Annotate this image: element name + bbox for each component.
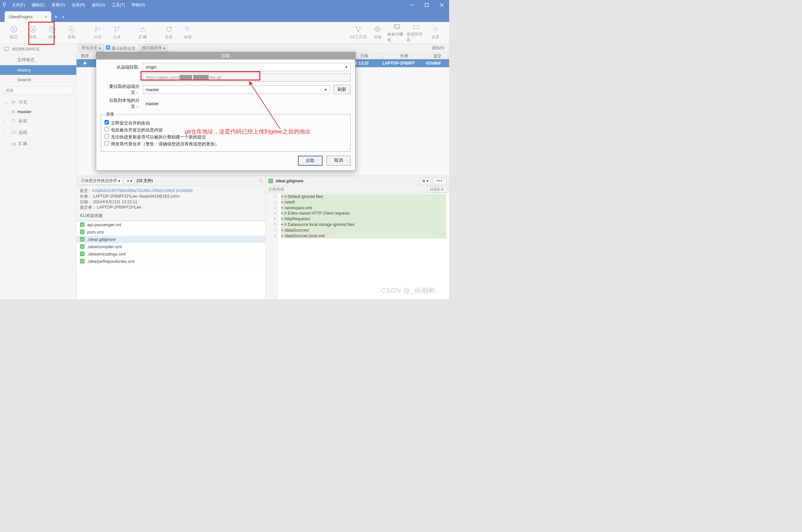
tab-bar: GiteeProject × + ▾ [0, 10, 449, 22]
gitflow-icon [355, 26, 362, 33]
menu-help[interactable]: 帮助(H) [128, 0, 148, 10]
chevron-right-icon: › [4, 141, 9, 146]
commit-details-pane: 已依照文件状态排序▾ ≡ ▾ (15 文件) 提交：41fa9b8cf16575… [77, 176, 266, 299]
diff-settings-button[interactable]: ⚙ ▾ [419, 178, 431, 184]
sidebar-group-remote[interactable]: › 远程 [0, 127, 76, 138]
opt-commit-merge[interactable]: 立即提交合并的改动 [105, 120, 347, 126]
sidebar-item-history[interactable]: History [0, 65, 76, 75]
discard-icon [165, 26, 172, 33]
file-count-label: (15 文件) [136, 178, 153, 184]
diff-more-button[interactable]: ••• [433, 178, 446, 184]
search-icon[interactable] [259, 179, 263, 183]
added-file-icon: + [80, 259, 85, 264]
gitflow-button[interactable]: Git工作流 [349, 23, 368, 43]
sidebar-group-tags[interactable]: › 标签 [0, 115, 76, 127]
tag-icon [11, 119, 16, 124]
svg-rect-29 [4, 47, 9, 50]
cloud-icon [11, 130, 16, 135]
stash-button[interactable]: 贮藏 [133, 23, 152, 43]
menu-file[interactable]: 文件(F) [9, 0, 28, 10]
diff-filename: .idea/.gitignore [275, 179, 303, 183]
menu-edit[interactable]: 编辑(E) [28, 0, 48, 10]
sort-by-status-select[interactable]: 已依照文件状态排序▾ [78, 177, 123, 185]
diff-subheader: 文件内容 [268, 187, 284, 192]
remote-button[interactable]: 远端 [368, 23, 387, 43]
commit-meta: 提交：41fa9b8cf16575bb0406a751d6b11f9fe61cf… [77, 186, 265, 221]
svg-point-18 [170, 26, 171, 28]
merge-icon [113, 26, 120, 33]
refresh-button[interactable]: 刷新 [333, 85, 351, 94]
file-row[interactable]: +.idea/encodings.xml [77, 250, 265, 258]
watermark: CSDN @_梧桐树。 [381, 286, 443, 295]
fetch-button[interactable]: 获取 [62, 23, 81, 43]
menu-view[interactable]: 查看(V) [48, 0, 68, 10]
show-remote-checkbox[interactable]: 显示远程分支 [106, 45, 135, 51]
remote-url-field: https://gitee.com/l████ █████/lee.git [143, 73, 351, 81]
svg-point-16 [118, 26, 119, 28]
terminal-button[interactable]: 命令行模式 [387, 23, 407, 43]
app-logo-icon [0, 0, 9, 10]
branch-filter-select[interactable]: 所有分支▾ [78, 44, 104, 52]
added-file-icon: + [80, 251, 85, 256]
annotation-text: git仓库地址，这是代码已经上传到gitee之后的地址 [185, 128, 311, 135]
toolbar: 提交 拉取 推送 获取 分支 合并 贮藏 丢弃 标签 Git工作流 [0, 22, 449, 44]
box-icon [11, 141, 16, 146]
tab-menu-chevron-icon[interactable]: ▾ [61, 12, 65, 22]
close-button[interactable] [434, 0, 449, 10]
sidebar-item-search[interactable]: Search [0, 75, 76, 84]
merge-button[interactable]: 合并 [107, 23, 127, 43]
svg-point-19 [187, 28, 188, 29]
sidebar-group-branches[interactable]: ⌄ 分支 [0, 96, 76, 108]
revert-hunk-button[interactable]: 回滚区块 [427, 186, 446, 193]
pull-button[interactable]: 拉取 [23, 23, 43, 43]
added-file-icon: + [268, 179, 273, 183]
sidebar-item-file-status[interactable]: 文件状态 [0, 55, 76, 65]
maximize-button[interactable] [419, 0, 434, 10]
remote-branch-select[interactable]: master [143, 86, 330, 94]
push-icon [49, 26, 56, 33]
branch-button[interactable]: 分支 [88, 23, 107, 43]
menu-action[interactable]: 操作(A) [89, 0, 109, 10]
opt-rebase[interactable]: 用变基代替合并（警告：请确保您还没有推送您的更改） [105, 141, 347, 147]
file-row[interactable]: +.idea/jarRepositories.xml [77, 258, 265, 265]
globe-icon [374, 26, 381, 33]
svg-point-15 [114, 31, 116, 32]
changed-files-list: +api-passenger.iml+pom.xml+.idea/.gitign… [77, 221, 265, 299]
sidebar-branch-master[interactable]: master [0, 108, 76, 115]
dialog-title: 拉取 [96, 52, 355, 60]
view-mode-button[interactable]: ≡ ▾ [125, 178, 134, 184]
svg-point-36 [259, 179, 262, 182]
svg-point-33 [14, 101, 16, 102]
sidebar-group-stash[interactable]: › 贮藏 [0, 138, 76, 149]
sidebar-search-input[interactable] [3, 87, 73, 94]
commit-button[interactable]: 提交 [4, 23, 23, 43]
close-icon[interactable]: × [43, 14, 49, 19]
file-row[interactable]: +pom.xml [77, 229, 265, 236]
folder-icon [412, 23, 420, 30]
from-remote-select[interactable]: origin [143, 63, 351, 71]
file-row[interactable]: +.idea/compiler.xml [77, 243, 265, 250]
pull-confirm-button[interactable]: 拉取 [298, 156, 322, 166]
sidebar: WORKSPACE 文件状态 History Search ⌄ 分支 maste… [0, 44, 77, 299]
cancel-button[interactable]: 取消 [327, 156, 351, 166]
monitor-icon [4, 47, 9, 52]
push-button[interactable]: 推送 [43, 23, 62, 43]
new-tab-button[interactable]: + [51, 12, 61, 22]
minimize-button[interactable] [404, 0, 419, 10]
chevron-right-icon: › [4, 130, 9, 135]
file-row[interactable]: +.idea/.gitignore [77, 236, 265, 243]
added-file-icon: + [80, 222, 85, 227]
file-row[interactable]: +api-passenger.iml [77, 221, 265, 229]
svg-point-12 [95, 31, 97, 32]
explorer-button[interactable]: 资源管理器 [407, 23, 426, 43]
pull-icon [29, 26, 37, 33]
workspace-header[interactable]: WORKSPACE [0, 44, 76, 55]
local-branch-label: 拉取到本地的分支： [101, 97, 139, 110]
settings-button[interactable]: 设置 [426, 23, 445, 43]
discard-button[interactable]: 丢弃 [159, 23, 179, 43]
tag-button[interactable]: 标签 [179, 23, 198, 43]
repo-tab[interactable]: GiteeProject × [5, 11, 51, 22]
menu-repo[interactable]: 仓库(R) [68, 0, 89, 10]
menu-tools[interactable]: 工具(T) [109, 0, 128, 10]
sort-select[interactable]: 按日期排序▾ [139, 44, 168, 52]
